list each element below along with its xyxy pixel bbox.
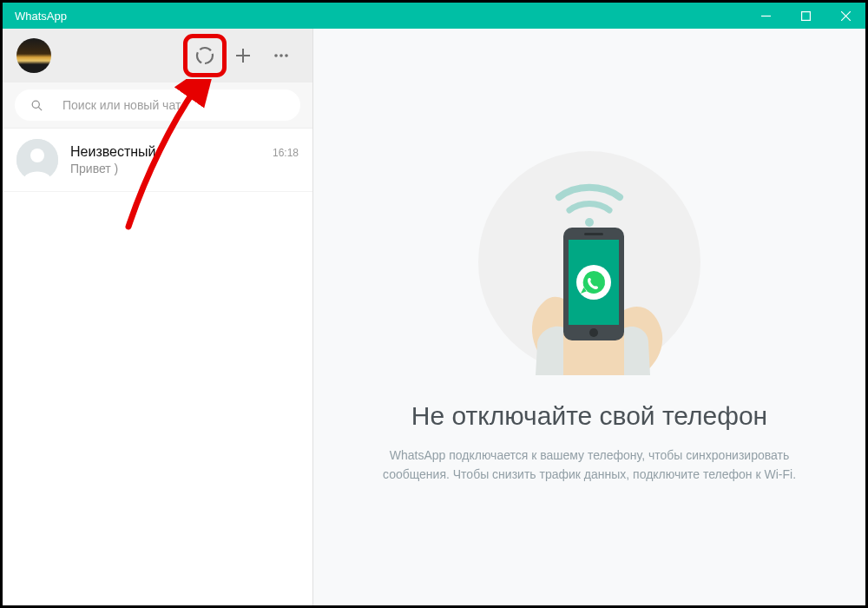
svg-rect-20 [584, 233, 603, 235]
minimize-button[interactable] [746, 3, 786, 29]
close-button[interactable] [825, 3, 865, 29]
search-input[interactable] [62, 98, 285, 112]
empty-title: Не отключайте свой телефон [411, 401, 767, 431]
titlebar: WhatsApp [3, 3, 865, 29]
sidebar: Неизвестный 16:18 Привет ) [3, 29, 313, 605]
svg-point-10 [32, 101, 39, 108]
search-icon [30, 99, 43, 112]
window-controls [746, 3, 865, 29]
person-icon [16, 139, 58, 181]
svg-point-4 [197, 48, 213, 63]
search-container [3, 83, 312, 129]
chat-list: Неизвестный 16:18 Привет ) [3, 129, 312, 605]
plus-icon [233, 45, 253, 66]
menu-button[interactable] [264, 38, 299, 73]
new-chat-button[interactable] [226, 38, 260, 73]
window-title: WhatsApp [15, 10, 67, 23]
chat-preview: Привет ) [70, 162, 299, 175]
svg-point-9 [285, 54, 288, 57]
status-button[interactable] [187, 38, 222, 73]
profile-avatar[interactable] [16, 38, 51, 73]
avatar-image [16, 38, 51, 73]
svg-point-13 [30, 149, 44, 162]
empty-illustration [477, 149, 702, 375]
contact-avatar [16, 139, 58, 181]
chat-time: 16:18 [273, 147, 299, 159]
svg-point-7 [274, 54, 278, 57]
search-box[interactable] [15, 89, 300, 121]
svg-point-19 [589, 328, 598, 337]
more-icon [271, 45, 292, 66]
svg-rect-1 [801, 11, 810, 20]
status-icon [194, 45, 215, 66]
sidebar-header [3, 29, 312, 83]
svg-point-15 [585, 218, 594, 227]
empty-subtitle: WhatsApp подключается к вашему телефону,… [383, 446, 796, 484]
maximize-button[interactable] [786, 3, 825, 29]
svg-point-8 [279, 54, 283, 57]
chat-name: Неизвестный [70, 144, 156, 160]
svg-line-11 [38, 107, 42, 110]
chat-item[interactable]: Неизвестный 16:18 Привет ) [3, 129, 312, 192]
empty-state: Не отключайте свой телефон WhatsApp подк… [313, 29, 865, 605]
